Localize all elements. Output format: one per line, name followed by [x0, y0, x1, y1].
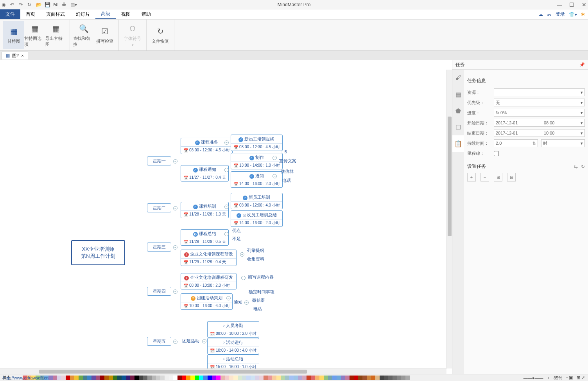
input-end-date[interactable]: 2017-12-0110:00▾ — [494, 129, 585, 137]
input-duration-unit[interactable]: 时▾ — [541, 139, 585, 147]
leaf[interactable]: 宣传文案 — [279, 158, 296, 164]
node-wed-a[interactable]: ◐课程总结📅11/29 - 11/29 : 0.5 天 — [181, 229, 229, 246]
saveas-icon[interactable]: 🖫 — [53, 2, 59, 7]
login-link[interactable]: 登录 — [556, 11, 565, 18]
day-mon[interactable]: 星期一 — [147, 156, 171, 165]
swatch[interactable] — [91, 376, 96, 380]
swatch[interactable] — [350, 376, 354, 380]
swatch[interactable] — [324, 376, 328, 380]
footer-url[interactable]: http://www.edrawsoft.cn — [3, 376, 48, 380]
swatch[interactable] — [307, 376, 311, 380]
maximize-button[interactable]: ☐ — [569, 2, 574, 8]
swatch[interactable] — [57, 376, 61, 380]
node-mon-c1[interactable]: ✓新员工培训提纲📅08:00 - 12:30 : 4.5 小时 — [231, 135, 283, 151]
swatch[interactable] — [79, 376, 83, 380]
pin-icon[interactable]: 📌 — [579, 62, 585, 67]
find-replace-button[interactable]: 🔍查找和替换 — [73, 21, 94, 49]
node-thu-b[interactable]: 2团建活动策划📅10:00 - 16:00 : 6.0 小时 — [181, 293, 233, 310]
swatch[interactable] — [337, 376, 341, 380]
swatch[interactable] — [233, 376, 238, 380]
leaf[interactable]: 微信群 — [252, 297, 265, 303]
swatch[interactable] — [302, 376, 307, 380]
swatch[interactable] — [229, 376, 233, 380]
menu-file[interactable]: 文件 — [0, 9, 20, 19]
swatch[interactable] — [96, 376, 100, 380]
swatch[interactable] — [186, 376, 190, 380]
swatch[interactable] — [66, 376, 70, 380]
toggle-icon[interactable]: − — [173, 206, 177, 210]
node-fri-c2[interactable]: › 活动进行📅10:00 - 14:00 : 4.0 小时 — [207, 338, 259, 354]
swatch[interactable] — [272, 376, 276, 380]
swatch[interactable] — [393, 376, 397, 380]
icon-b[interactable]: ↻ — [581, 164, 585, 169]
swatch[interactable] — [117, 376, 122, 380]
menu-page-style[interactable]: 页面样式 — [41, 9, 70, 19]
swatch[interactable] — [220, 376, 225, 380]
swatch[interactable] — [259, 376, 264, 380]
document-tab[interactable]: ▦ 图2 × — [2, 52, 28, 59]
grid-button-1[interactable]: ⊞ — [494, 173, 502, 182]
swatch[interactable] — [311, 376, 315, 380]
redo-icon[interactable]: ↷ — [19, 2, 24, 7]
toggle-icon[interactable]: − — [173, 340, 177, 344]
menu-advanced[interactable]: 高级 — [95, 9, 116, 19]
menu-slideshow[interactable]: 幻灯片 — [70, 9, 95, 19]
toggle-icon[interactable]: − — [244, 300, 249, 305]
leaf[interactable]: 电话 — [253, 306, 262, 312]
swatch[interactable] — [173, 376, 177, 380]
close-tab-icon[interactable]: × — [21, 53, 23, 58]
day-wed[interactable]: 星期三 — [147, 243, 171, 252]
input-progress[interactable]: ↻ 0%▾ — [494, 109, 585, 117]
swatch[interactable] — [328, 376, 332, 380]
icon-a[interactable]: ⇆ — [574, 164, 578, 169]
leaf[interactable]: 列举提纲 — [247, 248, 264, 253]
swatch[interactable] — [109, 376, 113, 380]
close-button[interactable]: ✕ — [582, 2, 586, 8]
swatch[interactable] — [48, 376, 53, 380]
spellcheck-button[interactable]: ☑拼写检查 — [94, 21, 115, 49]
gantt-button[interactable]: ▦甘特图 — [3, 21, 24, 49]
day-tue[interactable]: 星期二 — [147, 203, 171, 212]
leaf[interactable]: 确定时间事项 — [249, 289, 274, 295]
toggle-icon[interactable]: − — [272, 174, 277, 178]
tab-task-icon[interactable]: 📋 — [452, 135, 464, 152]
refresh-icon[interactable]: ↻ — [27, 2, 33, 7]
share-icon[interactable]: ⫘ — [547, 12, 552, 17]
swatch[interactable] — [143, 376, 147, 380]
vertical-scrollbar[interactable] — [446, 70, 452, 368]
toggle-icon[interactable]: − — [224, 232, 229, 236]
zoom-slider[interactable]: ——●—— — [523, 376, 543, 380]
leaf[interactable]: H5 — [281, 149, 287, 154]
leaf[interactable]: 电话 — [282, 178, 291, 183]
leaf[interactable]: 微信群 — [281, 169, 294, 174]
print-icon[interactable]: 🖶 — [62, 2, 67, 7]
node-fri-c1[interactable]: › 人员考勤📅08:00 - 10:00 : 2.0 小时 — [207, 321, 259, 338]
swatch[interactable] — [100, 376, 104, 380]
swatch[interactable] — [371, 376, 375, 380]
swatch[interactable] — [74, 376, 79, 380]
swatch[interactable] — [216, 376, 220, 380]
swatch[interactable] — [294, 376, 298, 380]
swatch[interactable] — [397, 376, 401, 380]
input-duration[interactable]: 2.0⇅ — [494, 139, 538, 147]
toggle-icon[interactable]: − — [224, 168, 229, 172]
gantt-export-button[interactable]: ▦导出甘特图 — [45, 21, 66, 49]
add-button[interactable]: + — [467, 173, 476, 182]
swatch[interactable] — [380, 376, 384, 380]
node-tue-a[interactable]: ✓课程培训📅11/28 - 11/28 : 1.0 天 — [181, 202, 229, 218]
node-fri-a[interactable]: 团建活动 — [182, 338, 199, 344]
gantt-options-button[interactable]: ▦甘特图选项 — [24, 21, 45, 49]
swatch[interactable] — [83, 376, 87, 380]
swatch[interactable] — [130, 376, 134, 380]
swatch[interactable] — [354, 376, 358, 380]
shirt-icon[interactable]: 👕▾ — [569, 12, 577, 17]
node-mon-b[interactable]: ✓课程通知📅11/27 - 11/27 : 0.4 天 — [181, 165, 229, 182]
leaf[interactable]: 收集资料 — [247, 256, 264, 262]
tab-list-icon[interactable]: ▤ — [452, 86, 464, 102]
leaf[interactable]: 编写课程内容 — [248, 274, 274, 280]
input-priority[interactable]: 无▾ — [494, 99, 585, 106]
toggle-icon[interactable]: − — [241, 276, 246, 280]
swatch[interactable] — [113, 376, 117, 380]
leaf[interactable]: 不足 — [232, 236, 241, 242]
swatch[interactable] — [70, 376, 74, 380]
